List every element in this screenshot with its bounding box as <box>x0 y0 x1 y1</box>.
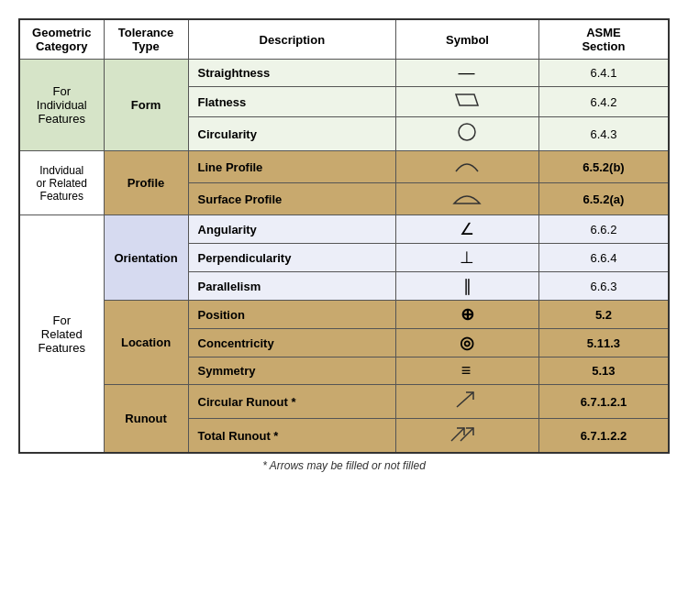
asme-perpendicularity: 6.6.4 <box>538 244 669 272</box>
desc-surface-profile: Surface Profile <box>188 183 396 215</box>
desc-straightness: Straightness <box>188 60 396 87</box>
asme-total-runout: 6.7.1.2.2 <box>538 419 669 454</box>
symbol-concentricity: ◎ <box>396 329 539 358</box>
table-row-angularity: ForRelatedFeatures Orientation Angularit… <box>19 215 669 244</box>
circularity-icon <box>456 121 478 143</box>
table-row-position: Location Position ⊕ 5.2 <box>19 301 669 329</box>
desc-angularity: Angularity <box>188 215 396 244</box>
tol-type-location: Location <box>104 301 188 385</box>
asme-flatness: 6.4.2 <box>538 87 669 117</box>
asme-circular-runout: 6.7.1.2.1 <box>538 385 669 419</box>
desc-circularity: Circularity <box>188 117 396 151</box>
asme-surface-profile: 6.5.2(a) <box>538 183 669 215</box>
symbol-parallelism: ∥ <box>396 272 539 301</box>
asme-line-profile: 6.5.2(b) <box>538 151 669 183</box>
asme-parallelism: 6.6.3 <box>538 272 669 301</box>
tol-type-runout: Runout <box>104 385 188 454</box>
col-header-description: Description <box>188 19 396 60</box>
flatness-icon <box>452 91 482 109</box>
svg-marker-0 <box>456 94 478 105</box>
desc-total-runout: Total Runout * <box>188 419 396 454</box>
main-container: GeometricCategory ToleranceType Descript… <box>18 18 670 472</box>
svg-point-1 <box>459 124 475 140</box>
svg-line-2 <box>457 392 473 407</box>
asme-angularity: 6.6.2 <box>538 215 669 244</box>
geo-cat-related: ForRelatedFeatures <box>19 215 104 454</box>
col-header-asme: ASMESection <box>538 19 669 60</box>
desc-parallelism: Parallelism <box>188 272 396 301</box>
symbol-line-profile <box>396 151 539 183</box>
header-row: GeometricCategory ToleranceType Descript… <box>19 19 669 60</box>
asme-straightness: 6.4.1 <box>538 60 669 87</box>
table-row-straightness: ForIndividualFeatures Form Straightness … <box>19 60 669 87</box>
desc-line-profile: Line Profile <box>188 151 396 183</box>
desc-circular-runout: Circular Runout * <box>188 385 396 419</box>
col-header-geo-cat: GeometricCategory <box>19 19 104 60</box>
symbol-circular-runout <box>396 385 539 419</box>
total-runout-icon <box>449 423 484 445</box>
symbol-circularity <box>396 117 539 151</box>
tol-type-profile: Profile <box>104 151 188 215</box>
symbol-position: ⊕ <box>396 301 539 329</box>
circular-runout-icon <box>453 389 481 411</box>
desc-perpendicularity: Perpendicularity <box>188 244 396 272</box>
geo-cat-individual: ForIndividualFeatures <box>19 60 104 151</box>
symbol-flatness <box>396 87 539 117</box>
geo-cat-ind-related: Indvidualor RelatedFeatures <box>19 151 104 215</box>
symbol-angularity: ∠ <box>396 215 539 244</box>
tol-type-orientation: Orientation <box>104 215 188 301</box>
footnote: * Arrows may be filled or not filled <box>18 459 670 472</box>
symbol-symmetry: ≡ <box>396 358 539 385</box>
desc-flatness: Flatness <box>188 87 396 117</box>
tol-type-form: Form <box>104 60 188 151</box>
desc-concentricity: Concentricity <box>188 329 396 358</box>
asme-symmetry: 5.13 <box>538 358 669 385</box>
line-profile-icon <box>452 155 482 175</box>
asme-circularity: 6.4.3 <box>538 117 669 151</box>
table-row-circular-runout: Runout Circular Runout * 6.7.1.2.1 <box>19 385 669 419</box>
col-header-tol-type: ToleranceType <box>104 19 188 60</box>
surface-profile-icon <box>450 187 483 207</box>
symbol-straightness: — <box>396 60 539 87</box>
asme-position: 5.2 <box>538 301 669 329</box>
symbol-surface-profile <box>396 183 539 215</box>
asme-concentricity: 5.11.3 <box>538 329 669 358</box>
table-row-line-profile: Indvidualor RelatedFeatures Profile Line… <box>19 151 669 183</box>
desc-position: Position <box>188 301 396 329</box>
symbol-total-runout <box>396 419 539 454</box>
symbol-perpendicularity: ⊥ <box>396 244 539 272</box>
col-header-symbol: Symbol <box>396 19 539 60</box>
desc-symmetry: Symmetry <box>188 358 396 385</box>
gd-and-t-table: GeometricCategory ToleranceType Descript… <box>18 18 670 454</box>
